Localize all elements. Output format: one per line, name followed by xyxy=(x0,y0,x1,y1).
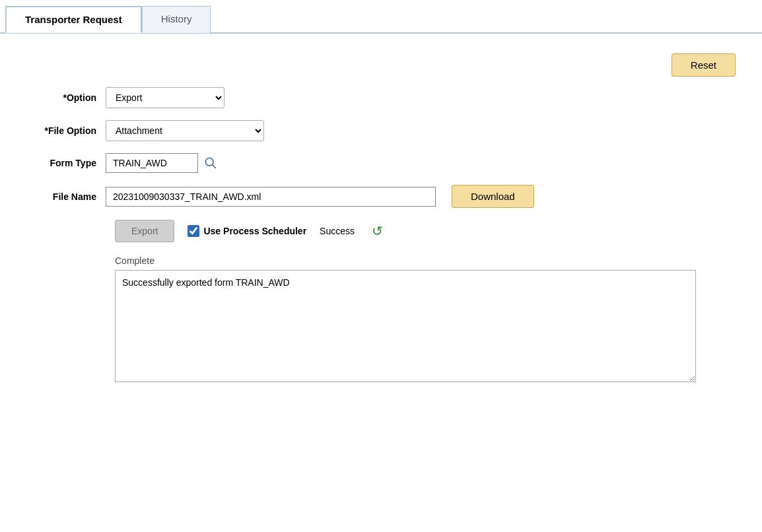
complete-textarea[interactable] xyxy=(115,270,696,382)
complete-section: Complete xyxy=(26,255,736,384)
file-name-label: File Name xyxy=(26,191,106,202)
svg-line-1 xyxy=(213,164,216,168)
option-row: *Option Export Import xyxy=(26,87,736,108)
download-btn-wrap: Download xyxy=(452,185,534,208)
form-type-search-button[interactable] xyxy=(201,154,219,172)
file-option-select[interactable]: Attachment File xyxy=(106,120,264,141)
file-name-input[interactable] xyxy=(106,187,436,207)
tab-bar: Transporter Request History xyxy=(0,0,762,34)
file-name-row: File Name Download xyxy=(26,185,736,208)
tab-transporter-request[interactable]: Transporter Request xyxy=(5,6,142,33)
reset-row: Reset xyxy=(26,53,736,77)
page-container: Transporter Request History Reset *Optio… xyxy=(0,0,762,532)
form-type-label: Form Type xyxy=(26,158,106,168)
tab-history[interactable]: History xyxy=(142,6,211,33)
export-button[interactable]: Export xyxy=(115,220,174,242)
export-row: Export Use Process Scheduler Success ↺ xyxy=(26,220,736,242)
main-content: Reset *Option Export Import *File Option… xyxy=(0,34,762,404)
complete-label: Complete xyxy=(115,255,736,266)
option-select[interactable]: Export Import xyxy=(106,87,225,108)
use-process-scheduler-checkbox[interactable] xyxy=(188,225,199,237)
use-process-scheduler-text: Use Process Scheduler xyxy=(203,226,306,236)
form-type-input[interactable] xyxy=(106,153,198,173)
file-option-label: *File Option xyxy=(26,125,106,136)
file-option-row: *File Option Attachment File xyxy=(26,120,736,141)
refresh-icon[interactable]: ↺ xyxy=(372,223,383,239)
reset-button[interactable]: Reset xyxy=(672,53,736,77)
form-type-row: Form Type xyxy=(26,153,736,173)
status-text: Success xyxy=(320,226,355,236)
use-process-scheduler-label[interactable]: Use Process Scheduler xyxy=(188,225,306,237)
search-icon xyxy=(203,156,217,169)
option-label: *Option xyxy=(26,92,106,103)
download-button[interactable]: Download xyxy=(452,185,534,208)
